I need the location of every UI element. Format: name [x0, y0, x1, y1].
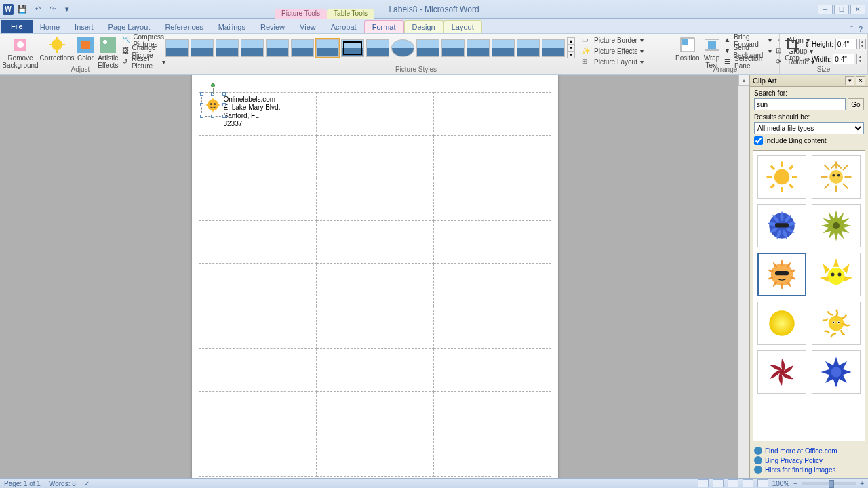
view-draft[interactable]	[757, 479, 768, 487]
zoom-slider[interactable]	[802, 482, 856, 485]
picture-effects-button[interactable]: ✨Picture Effects ▾	[582, 46, 644, 56]
style-item[interactable]	[492, 39, 515, 57]
page[interactable]: Onlinelabels.com E. Lake Mary Blvd. Sanf…	[192, 75, 558, 478]
rotate-handle[interactable]	[211, 83, 215, 87]
gallery-up-icon[interactable]: ▴	[568, 38, 574, 44]
label-cell[interactable]	[433, 264, 551, 306]
position-button[interactable]: Position	[675, 35, 700, 62]
tab-review[interactable]: Review	[253, 21, 292, 33]
picture-styles-gallery[interactable]: ▴ ▾ ▾	[165, 35, 575, 58]
tab-design[interactable]: Design	[404, 20, 443, 33]
scroll-up-icon[interactable]: ▴	[738, 75, 749, 86]
status-page[interactable]: Page: 1 of 1	[4, 480, 41, 487]
height-input[interactable]	[835, 39, 857, 49]
clipart-results[interactable]	[753, 150, 865, 441]
tab-format[interactable]: Format	[364, 20, 404, 33]
label-cell[interactable]	[433, 93, 551, 136]
style-item[interactable]	[241, 39, 264, 57]
style-item[interactable]	[341, 39, 364, 57]
clipart-result[interactable]	[812, 253, 861, 296]
style-item[interactable]	[416, 39, 439, 57]
label-cell[interactable]	[316, 392, 433, 434]
label-cell[interactable]	[199, 349, 316, 392]
style-item[interactable]	[517, 39, 540, 57]
close-button[interactable]: ✕	[850, 5, 865, 14]
remove-background-button[interactable]: Remove Background	[4, 35, 37, 69]
pane-dropdown-icon[interactable]: ▾	[845, 76, 854, 85]
tab-view[interactable]: View	[292, 21, 323, 33]
clipart-result[interactable]	[757, 155, 806, 199]
label-cell[interactable]	[316, 178, 433, 221]
style-item[interactable]	[216, 39, 239, 57]
tab-mailings[interactable]: Mailings	[211, 21, 253, 33]
style-item[interactable]	[542, 39, 565, 57]
tab-file[interactable]: File	[1, 20, 33, 33]
vertical-scrollbar[interactable]: ▴	[738, 75, 749, 478]
label-cell[interactable]	[316, 264, 433, 306]
gallery-down-icon[interactable]: ▾	[568, 44, 574, 51]
tab-insert[interactable]: Insert	[67, 21, 101, 33]
label-cell[interactable]	[316, 136, 433, 178]
link-privacy[interactable]: Bing Privacy Policy	[754, 456, 864, 464]
save-icon[interactable]: 💾	[16, 3, 28, 16]
zoom-in-icon[interactable]: +	[860, 480, 864, 487]
zoom-level[interactable]: 100%	[772, 480, 790, 487]
media-type-select[interactable]: All media file types	[754, 122, 864, 134]
zoom-out-icon[interactable]: −	[793, 480, 797, 487]
view-print-layout[interactable]	[698, 479, 709, 487]
address-text[interactable]: Onlinelabels.com E. Lake Mary Blvd. Sanf…	[224, 96, 281, 128]
label-cell[interactable]	[433, 392, 551, 434]
style-item[interactable]	[366, 39, 389, 57]
link-find-more[interactable]: Find more at Office.com	[754, 447, 864, 455]
width-input[interactable]	[833, 54, 854, 64]
search-input[interactable]	[754, 98, 846, 110]
height-spinner[interactable]: ▴▾	[859, 39, 866, 49]
maximize-button[interactable]: ☐	[834, 5, 849, 14]
label-cell[interactable]	[199, 392, 316, 434]
style-item[interactable]	[165, 39, 189, 57]
clipart-result[interactable]	[812, 204, 861, 247]
label-cell[interactable]	[433, 434, 551, 477]
tab-acrobat[interactable]: Acrobat	[323, 21, 364, 33]
label-cell[interactable]	[199, 306, 316, 349]
link-hints[interactable]: Hints for finding images	[754, 466, 864, 474]
help-icon[interactable]: ?	[859, 25, 863, 33]
label-cell[interactable]	[316, 349, 433, 392]
tab-home[interactable]: Home	[33, 21, 67, 33]
label-cell[interactable]	[199, 434, 316, 477]
pane-close-icon[interactable]: ✕	[856, 76, 865, 85]
label-cell[interactable]	[433, 178, 551, 221]
style-item[interactable]	[266, 39, 289, 57]
label-cell[interactable]	[433, 136, 551, 178]
view-full-screen[interactable]	[713, 479, 724, 487]
style-item[interactable]	[441, 39, 465, 57]
go-button[interactable]: Go	[848, 98, 864, 110]
view-outline[interactable]	[743, 479, 753, 487]
width-spinner[interactable]: ▴▾	[856, 54, 863, 64]
label-cell[interactable]	[199, 221, 316, 264]
gallery-more-icon[interactable]: ▾	[568, 51, 574, 58]
label-cell[interactable]	[199, 178, 316, 221]
clipart-result[interactable]	[757, 302, 806, 345]
style-item[interactable]	[316, 39, 339, 57]
label-cell[interactable]: Onlinelabels.com E. Lake Mary Blvd. Sanf…	[199, 93, 316, 136]
clipart-result[interactable]	[757, 204, 806, 247]
clipart-result[interactable]	[812, 350, 861, 394]
undo-icon[interactable]: ↶	[31, 3, 43, 16]
spellcheck-icon[interactable]: ✓	[84, 480, 90, 487]
tab-page-layout[interactable]: Page Layout	[101, 21, 158, 33]
clipart-result-selected[interactable]	[757, 253, 806, 296]
artistic-effects-button[interactable]: Artistic Effects	[98, 35, 118, 69]
label-cell[interactable]	[199, 136, 316, 178]
style-item[interactable]	[391, 39, 414, 57]
minimize-button[interactable]: ─	[818, 5, 833, 14]
minimize-ribbon-icon[interactable]: ˆ	[850, 25, 853, 33]
document-area[interactable]: Onlinelabels.com E. Lake Mary Blvd. Sanf…	[0, 75, 749, 478]
redo-icon[interactable]: ↷	[46, 3, 58, 16]
clipart-result[interactable]	[812, 302, 861, 345]
corrections-button[interactable]: Corrections	[41, 35, 73, 62]
view-web-layout[interactable]	[728, 479, 738, 487]
qat-more-icon[interactable]: ▾	[61, 3, 73, 16]
label-cell[interactable]	[316, 93, 433, 136]
status-words[interactable]: Words: 8	[49, 480, 76, 487]
